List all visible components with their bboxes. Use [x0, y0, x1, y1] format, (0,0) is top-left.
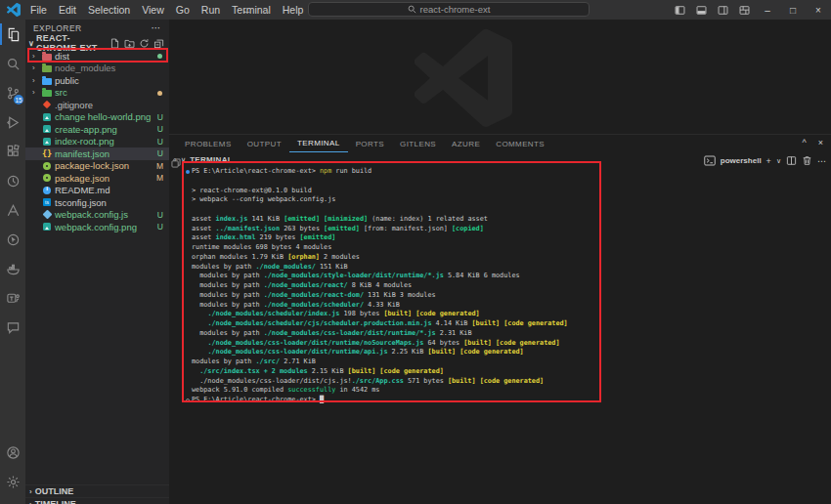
- menu-go[interactable]: Go: [170, 0, 196, 20]
- menu-edit[interactable]: Edit: [53, 0, 82, 20]
- command-decoration-icon[interactable]: [186, 399, 190, 402]
- terminal-text: [built]: [448, 377, 476, 385]
- teams-icon[interactable]: [0, 283, 25, 313]
- extensions-icon[interactable]: [0, 137, 25, 166]
- collapse-all-icon[interactable]: [153, 38, 164, 49]
- terminal-toolbar: powershell + ∨ ⋯: [704, 154, 826, 167]
- tree-item-index-root-png[interactable]: index-root.pngU: [25, 136, 169, 148]
- explorer-more-actions-icon[interactable]: ⋯: [152, 22, 161, 33]
- terminal-text: [code generated]: [503, 319, 567, 327]
- run-debug-icon[interactable]: [0, 107, 25, 137]
- menu-selection[interactable]: Selection: [82, 0, 136, 20]
- terminal-text: ./node_modules/react-dom/: [264, 291, 364, 299]
- terminal-text: > react-chrome-ext@0.1.0 build: [192, 187, 312, 194]
- tree-item-webpack-config-png[interactable]: webpack.config.pngU: [25, 221, 169, 233]
- timeline-section-header[interactable]: › TIMELINE: [25, 497, 169, 504]
- forward-arrow-icon[interactable]: →: [261, 4, 272, 16]
- azure-icon[interactable]: [0, 195, 25, 225]
- image-icon: [41, 223, 53, 231]
- docker-icon[interactable]: [0, 254, 25, 283]
- close-window-button[interactable]: ×: [806, 0, 831, 20]
- refresh-icon[interactable]: [139, 38, 150, 49]
- maximize-panel-icon[interactable]: ^: [803, 138, 807, 147]
- terminal-profile-dropdown-icon[interactable]: ∨: [776, 157, 781, 165]
- info-icon: [41, 187, 53, 194]
- tree-item-tsconfig-json[interactable]: tsconfig.json: [25, 196, 169, 209]
- terminal-line: ./node_modules/scheduler/index.js 198 by…: [192, 310, 825, 319]
- source-control-icon[interactable]: 15: [0, 78, 25, 107]
- account-icon[interactable]: [0, 438, 25, 467]
- tab-problems[interactable]: PROBLEMS: [177, 135, 240, 152]
- customize-layout-icon[interactable]: [733, 0, 755, 20]
- toggle-sidebar-icon[interactable]: [669, 0, 690, 20]
- terminal-line: PS E:\Article\react-chrome-ext> npm run …: [192, 167, 825, 177]
- new-file-icon[interactable]: [109, 38, 120, 49]
- menu-view[interactable]: View: [136, 0, 170, 20]
- tree-item-dist[interactable]: ›dist: [25, 50, 169, 63]
- tree-item-change-hello-world-png[interactable]: change hello-world.pngU: [25, 111, 169, 124]
- kill-terminal-trash-icon[interactable]: [802, 155, 812, 166]
- explorer-icon[interactable]: [0, 20, 25, 49]
- command-center-search[interactable]: react-chrome-ext: [308, 2, 590, 17]
- menu-run[interactable]: Run: [196, 0, 226, 20]
- tree-item-public[interactable]: ›public: [25, 74, 169, 87]
- minimize-button[interactable]: –: [755, 0, 780, 20]
- split-terminal-icon[interactable]: [786, 155, 797, 166]
- tree-item-package-json[interactable]: package.jsonM: [25, 172, 169, 185]
- menu-help[interactable]: Help: [277, 0, 310, 20]
- outline-section-header[interactable]: › OUTLINE: [25, 484, 169, 497]
- tree-item-package-lock-json[interactable]: package-lock.jsonM: [25, 160, 169, 173]
- terminal-text: > webpack --config webpack.config.js: [192, 195, 335, 203]
- shell-label[interactable]: powershell: [721, 156, 762, 165]
- maximize-button[interactable]: □: [780, 0, 806, 20]
- terminal-text: [code generated]: [459, 348, 523, 356]
- terminal-text: webpack 5.91.0 compiled: [192, 386, 287, 394]
- terminal-line: asset index.html 219 bytes [emitted]: [192, 233, 825, 243]
- tab-azure[interactable]: AZURE: [444, 135, 488, 152]
- npm-icon: [41, 162, 53, 170]
- tree-item-create-app-png[interactable]: create-app.pngU: [25, 123, 169, 136]
- folder-icon: [41, 76, 53, 85]
- git-status-badge: U: [157, 210, 163, 220]
- sidebar-bottom-sections: › OUTLINE › TIMELINE: [25, 484, 169, 504]
- timeline-label: TIMELINE: [35, 499, 76, 504]
- tree-item-readme-md[interactable]: README.md: [25, 185, 169, 197]
- tab-gitlens[interactable]: GITLENS: [392, 135, 444, 152]
- terminal-text: [code generated]: [496, 339, 559, 347]
- editor-area: [169, 20, 831, 134]
- settings-gear-icon[interactable]: [0, 467, 25, 496]
- chevron-down-icon[interactable]: ∨: [181, 155, 187, 164]
- toggle-secondary-sidebar-icon[interactable]: [712, 0, 733, 20]
- new-terminal-icon[interactable]: +: [766, 156, 771, 166]
- command-decoration-icon[interactable]: [186, 170, 190, 174]
- tab-output[interactable]: OUTPUT: [240, 135, 289, 152]
- tree-item-src[interactable]: ›src: [25, 87, 169, 100]
- image-icon: [41, 113, 53, 121]
- toggle-panel-icon[interactable]: [690, 0, 712, 20]
- tab-ports[interactable]: PORTS: [348, 135, 392, 152]
- new-folder-icon[interactable]: [124, 38, 135, 49]
- tab-comments[interactable]: COMMENTS: [488, 135, 552, 152]
- comments-icon[interactable]: [0, 313, 25, 342]
- terminal-more-actions-icon[interactable]: ⋯: [817, 156, 826, 166]
- terminal-text: [code generated]: [379, 367, 443, 375]
- terminal-text: 198 bytes: [339, 310, 383, 317]
- webpack-icon: [41, 211, 53, 218]
- project-root-row[interactable]: ∨ REACT-CHROME-EXT: [25, 36, 169, 50]
- tree-item-node-modules[interactable]: ›node_modules: [25, 63, 169, 75]
- terminal-text: ./node_modules/scheduler/: [264, 301, 364, 309]
- tree-item-webpack-config-js[interactable]: webpack.config.jsU: [25, 209, 169, 222]
- tab-terminal[interactable]: TERMINAL: [289, 135, 348, 152]
- tree-item-manifest-json[interactable]: {}manifest.jsonU: [25, 147, 169, 160]
- menu-file[interactable]: File: [24, 0, 53, 20]
- close-panel-icon[interactable]: ×: [818, 138, 823, 147]
- tree-item--gitignore[interactable]: .gitignore: [25, 99, 169, 111]
- terminal-output[interactable]: PS E:\Article\react-chrome-ext> npm run …: [184, 167, 825, 502]
- clock-icon[interactable]: [0, 166, 25, 195]
- terminal-text: modules by path: [192, 291, 264, 299]
- terminal-text: [192, 339, 207, 347]
- back-arrow-icon[interactable]: ←: [241, 4, 252, 16]
- live-share-icon[interactable]: [0, 225, 25, 254]
- copy-icon[interactable]: [171, 158, 181, 168]
- search-sidebar-icon[interactable]: [0, 49, 25, 78]
